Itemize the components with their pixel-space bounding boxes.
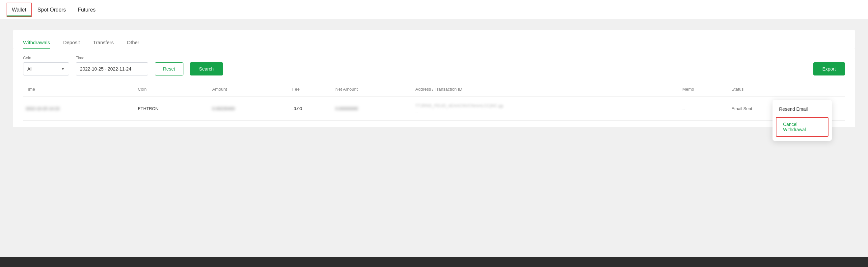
cell-time: 2022-10-25 14:23 xyxy=(23,96,135,121)
col-amount: Amount xyxy=(210,82,290,96)
cell-fee: -0.00 xyxy=(290,96,333,121)
resend-email-item[interactable]: Resend Email xyxy=(773,102,832,116)
cell-net-amount: 0.00000000 xyxy=(333,96,412,121)
table-header: Time Coin Amount Fee Net Amount Address … xyxy=(23,82,845,96)
cell-amount: 0.00235400 xyxy=(210,96,290,121)
col-fee: Fee xyxy=(290,82,333,96)
export-button[interactable]: Export xyxy=(813,62,845,76)
filter-row: Coin All ▼ Time Reset Search Export xyxy=(23,56,845,76)
coin-select-value: All xyxy=(27,66,33,71)
chevron-down-icon: ▼ xyxy=(61,67,65,71)
main-content: Withdrawals Deposit Transfers Other Coin… xyxy=(0,20,868,137)
sub-tab-transfers[interactable]: Transfers xyxy=(93,36,114,49)
nav-label-spot-orders: Spot Orders xyxy=(37,7,66,13)
time-filter-group: Time xyxy=(76,56,148,76)
withdrawals-table: Time Coin Amount Fee Net Amount Address … xyxy=(23,82,845,121)
nav-label-futures: Futures xyxy=(78,7,95,13)
action-dropdown-menu: Resend Email Cancel Withdrawal xyxy=(773,100,832,141)
col-status: Status xyxy=(729,82,803,96)
reset-button[interactable]: Reset xyxy=(155,62,183,76)
coin-filter-group: Coin All ▼ xyxy=(23,56,69,76)
cell-address: TTJRNS_FEUD_nEAACNVCNmmLCCjNC.gg -- xyxy=(412,96,680,121)
date-range-input[interactable] xyxy=(76,62,148,76)
search-button[interactable]: Search xyxy=(190,62,223,76)
nav-item-wallet[interactable]: Wallet xyxy=(7,3,32,17)
col-time: Time xyxy=(23,82,135,96)
nav-label-wallet: Wallet xyxy=(12,7,26,13)
sub-tab-withdrawals[interactable]: Withdrawals xyxy=(23,36,50,49)
sub-tabs-container: Withdrawals Deposit Transfers Other xyxy=(13,30,855,49)
col-memo: Memo xyxy=(680,82,729,96)
bottom-bar xyxy=(0,257,868,267)
sub-tab-list: Withdrawals Deposit Transfers Other xyxy=(23,36,845,49)
cancel-withdrawal-item[interactable]: Cancel Withdrawal xyxy=(776,118,828,136)
table-body: 2022-10-25 14:23 ETHTRON 0.00235400 -0.0… xyxy=(23,96,845,121)
col-net-amount: Net Amount xyxy=(333,82,412,96)
cell-coin: ETHTRON xyxy=(135,96,210,121)
time-label: Time xyxy=(76,56,148,60)
cancel-withdrawal-wrapper: Cancel Withdrawal xyxy=(776,117,829,137)
coin-select[interactable]: All ▼ xyxy=(23,62,69,76)
col-address: Address / Transaction ID xyxy=(412,82,680,96)
sub-tab-other[interactable]: Other xyxy=(127,36,139,49)
table-row: 2022-10-25 14:23 ETHTRON 0.00235400 -0.0… xyxy=(23,96,845,121)
table-section: Time Coin Amount Fee Net Amount Address … xyxy=(13,82,855,127)
top-navigation: Wallet Spot Orders Futures xyxy=(0,0,868,20)
filter-section: Coin All ▼ Time Reset Search Export xyxy=(13,49,855,82)
coin-label: Coin xyxy=(23,56,69,60)
sub-tab-deposit[interactable]: Deposit xyxy=(63,36,80,49)
cell-memo: -- xyxy=(680,96,729,121)
nav-item-spot-orders[interactable]: Spot Orders xyxy=(32,0,72,20)
nav-item-futures[interactable]: Futures xyxy=(72,0,101,20)
cell-action: Resend Email Cancel Withdrawal xyxy=(803,96,845,121)
col-action xyxy=(803,82,845,96)
col-coin: Coin xyxy=(135,82,210,96)
